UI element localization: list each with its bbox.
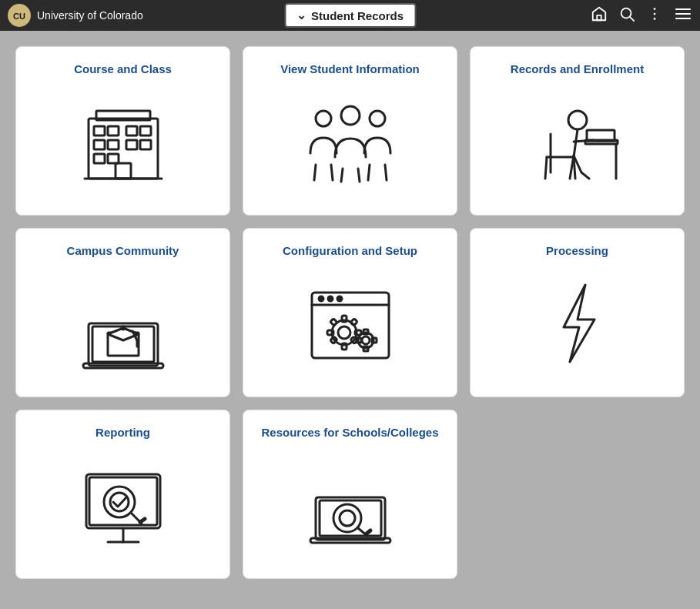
svg-rect-14 xyxy=(108,126,119,136)
svg-line-33 xyxy=(385,165,387,180)
tile-processing-icon xyxy=(531,268,624,378)
svg-line-4 xyxy=(630,17,634,21)
svg-line-36 xyxy=(545,157,547,179)
svg-point-6 xyxy=(654,12,656,15)
tile-campus-community-title: Campus Community xyxy=(67,244,179,257)
university-name: University of Colorado xyxy=(37,9,143,22)
tile-configuration-and-setup-title: Configuration and Setup xyxy=(283,244,417,257)
cu-logo: CU xyxy=(8,4,31,27)
header-center: ⌄ Student Records xyxy=(284,3,416,28)
svg-rect-21 xyxy=(126,140,137,149)
header: CU University of Colorado ⌄ Student Reco… xyxy=(0,0,700,31)
svg-line-32 xyxy=(368,165,370,180)
svg-line-80 xyxy=(140,519,145,522)
svg-point-55 xyxy=(337,296,342,301)
module-name: Student Records xyxy=(311,9,404,22)
search-icon[interactable] xyxy=(618,5,635,26)
svg-rect-17 xyxy=(94,154,105,163)
svg-rect-19 xyxy=(126,126,137,136)
tile-campus-community-icon xyxy=(77,268,169,378)
svg-rect-51 xyxy=(312,293,389,358)
tile-records-and-enrollment-title: Records and Enrollment xyxy=(511,62,644,75)
svg-line-28 xyxy=(314,165,316,180)
svg-point-5 xyxy=(654,8,656,10)
svg-rect-13 xyxy=(94,126,105,136)
svg-rect-62 xyxy=(330,318,337,325)
tile-view-student-information[interactable]: View Student Information xyxy=(243,46,457,216)
svg-rect-22 xyxy=(140,140,151,149)
tile-course-and-class-title: Course and Class xyxy=(74,62,172,75)
tile-course-and-class-icon xyxy=(77,86,169,196)
svg-point-27 xyxy=(370,111,385,126)
tile-configuration-and-setup[interactable]: Configuration and Setup xyxy=(243,228,457,397)
svg-rect-58 xyxy=(342,316,347,322)
svg-line-31 xyxy=(358,169,360,182)
svg-line-29 xyxy=(331,165,333,180)
svg-point-7 xyxy=(654,18,656,20)
student-records-button[interactable]: ⌄ Student Records xyxy=(284,3,416,28)
svg-line-87 xyxy=(366,530,370,534)
tile-view-student-information-title: View Student Information xyxy=(280,62,420,75)
tile-records-and-enrollment-icon xyxy=(531,86,624,196)
tile-processing-title: Processing xyxy=(546,244,608,257)
svg-point-25 xyxy=(316,111,331,126)
header-right xyxy=(591,5,692,27)
tile-records-and-enrollment[interactable]: Records and Enrollment xyxy=(470,46,685,216)
tile-reporting-title: Reporting xyxy=(95,426,150,439)
svg-rect-16 xyxy=(108,140,119,149)
svg-point-67 xyxy=(362,336,370,344)
svg-rect-23 xyxy=(116,163,131,179)
tile-configuration-and-setup-icon xyxy=(304,268,397,378)
svg-text:CU: CU xyxy=(13,12,25,21)
menu-icon[interactable] xyxy=(674,5,692,27)
svg-point-54 xyxy=(328,296,333,301)
svg-rect-15 xyxy=(94,140,105,149)
svg-rect-63 xyxy=(350,318,357,325)
svg-rect-20 xyxy=(140,126,151,136)
tile-view-student-information-icon xyxy=(304,86,397,196)
svg-point-85 xyxy=(340,510,355,526)
svg-rect-2 xyxy=(597,15,601,19)
tile-course-and-class[interactable]: Course and Class xyxy=(15,46,230,216)
svg-rect-60 xyxy=(327,330,333,335)
more-icon[interactable] xyxy=(646,5,663,26)
svg-point-57 xyxy=(338,326,350,339)
svg-point-26 xyxy=(341,106,360,125)
tile-grid: Course and Class xyxy=(0,31,700,594)
tile-resources-for-schools-colleges[interactable]: Resources for Schools/Colleges xyxy=(243,410,457,579)
svg-marker-72 xyxy=(564,285,594,362)
svg-point-53 xyxy=(319,296,323,301)
svg-point-48 xyxy=(122,326,125,330)
svg-rect-59 xyxy=(342,343,347,350)
tile-processing[interactable]: Processing xyxy=(470,228,685,397)
svg-rect-18 xyxy=(108,154,119,163)
header-left: CU University of Colorado xyxy=(8,4,143,27)
tile-resources-for-schools-colleges-title: Resources for Schools/Colleges xyxy=(261,426,438,439)
home-icon[interactable] xyxy=(591,5,608,26)
tile-resources-for-schools-colleges-icon xyxy=(304,450,397,560)
tile-campus-community[interactable]: Campus Community xyxy=(15,228,230,397)
module-arrow: ⌄ xyxy=(296,8,306,22)
svg-line-30 xyxy=(341,169,343,182)
tile-reporting-icon xyxy=(77,450,169,560)
tile-reporting[interactable]: Reporting xyxy=(15,410,230,579)
svg-point-38 xyxy=(568,111,587,129)
